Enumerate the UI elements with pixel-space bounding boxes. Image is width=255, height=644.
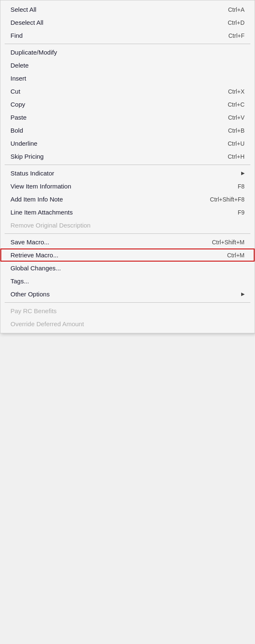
menu-item-cut[interactable]: CutCtrl+X: [0, 85, 255, 98]
menu-item-insert[interactable]: Insert: [0, 72, 255, 85]
menu-item-label-deselect-all: Deselect All: [10, 19, 211, 26]
menu-item-shortcut-retrieve-macro: Ctrl+M: [227, 252, 245, 259]
menu-item-view-item-information[interactable]: View Item InformationF8: [0, 180, 255, 193]
menu-item-label-retrieve-macro: Retrieve Macro...: [10, 251, 210, 259]
menu-item-underline[interactable]: UnderlineCtrl+U: [0, 137, 255, 150]
menu-item-shortcut-skip-pricing: Ctrl+H: [228, 153, 245, 160]
menu-item-remove-original-description: Remove Original Description: [0, 219, 255, 232]
menu-item-label-skip-pricing: Skip Pricing: [10, 153, 211, 160]
menu-item-paste[interactable]: PasteCtrl+V: [0, 111, 255, 124]
menu-item-save-macro[interactable]: Save Macro...Ctrl+Shift+M: [0, 236, 255, 249]
menu-item-label-view-item-information: View Item Information: [10, 183, 221, 190]
menu-item-label-cut: Cut: [10, 88, 211, 95]
menu-item-shortcut-bold: Ctrl+B: [228, 127, 245, 134]
menu-item-shortcut-save-macro: Ctrl+Shift+M: [212, 239, 245, 246]
menu-item-shortcut-underline: Ctrl+U: [228, 140, 245, 147]
menu-item-tags[interactable]: Tags...: [0, 275, 255, 288]
menu-item-label-override-deferred-amount: Override Deferred Amount: [10, 320, 245, 327]
menu-item-label-paste: Paste: [10, 114, 211, 121]
menu-item-shortcut-copy: Ctrl+C: [228, 101, 245, 108]
menu-divider: [5, 44, 250, 44]
menu-item-copy[interactable]: CopyCtrl+C: [0, 98, 255, 111]
menu-item-label-line-item-attachments: Line Item Attachments: [10, 209, 221, 216]
menu-item-override-deferred-amount: Override Deferred Amount: [0, 317, 255, 330]
menu-item-status-indicator[interactable]: Status Indicator▶: [0, 167, 255, 180]
menu-item-line-item-attachments[interactable]: Line Item AttachmentsF9: [0, 206, 255, 219]
menu-item-retrieve-macro[interactable]: Retrieve Macro...Ctrl+M: [0, 249, 255, 262]
menu-item-global-changes[interactable]: Global Changes...: [0, 262, 255, 275]
menu-item-find[interactable]: FindCtrl+F: [0, 29, 255, 42]
menu-item-label-insert: Insert: [10, 75, 245, 82]
menu-item-label-underline: Underline: [10, 140, 211, 147]
menu-item-label-copy: Copy: [10, 101, 211, 108]
menu-item-shortcut-paste: Ctrl+V: [228, 114, 245, 121]
menu-item-label-find: Find: [10, 32, 212, 39]
menu-item-shortcut-deselect-all: Ctrl+D: [228, 19, 245, 26]
menu-item-shortcut-find: Ctrl+F: [229, 32, 245, 39]
menu-item-label-delete: Delete: [10, 62, 245, 69]
menu-item-label-tags: Tags...: [10, 277, 245, 285]
menu-item-label-bold: Bold: [10, 127, 211, 134]
menu-item-label-pay-rc-benefits: Pay RC Benefits: [10, 307, 245, 314]
menu-item-bold[interactable]: BoldCtrl+B: [0, 124, 255, 137]
menu-item-shortcut-line-item-attachments: F9: [238, 209, 245, 216]
menu-item-label-global-changes: Global Changes...: [10, 264, 245, 272]
menu-item-other-options[interactable]: Other Options▶: [0, 288, 255, 301]
menu-item-label-status-indicator: Status Indicator: [10, 170, 237, 177]
menu-divider: [5, 165, 250, 165]
menu-item-pay-rc-benefits: Pay RC Benefits: [0, 304, 255, 317]
menu-item-duplicate-modify[interactable]: Duplicate/Modify: [0, 46, 255, 59]
menu-item-label-other-options: Other Options: [10, 291, 237, 298]
menu-divider: [5, 302, 250, 303]
context-menu: Select AllCtrl+ADeselect AllCtrl+DFindCt…: [0, 0, 255, 333]
menu-item-label-duplicate-modify: Duplicate/Modify: [10, 49, 245, 56]
submenu-arrow-icon-status-indicator: ▶: [241, 170, 245, 176]
menu-item-deselect-all[interactable]: Deselect AllCtrl+D: [0, 16, 255, 29]
menu-item-skip-pricing[interactable]: Skip PricingCtrl+H: [0, 150, 255, 163]
menu-item-add-item-info-note[interactable]: Add Item Info NoteCtrl+Shift+F8: [0, 193, 255, 206]
submenu-arrow-icon-other-options: ▶: [241, 291, 245, 297]
menu-item-shortcut-add-item-info-note: Ctrl+Shift+F8: [210, 196, 245, 203]
menu-item-select-all[interactable]: Select AllCtrl+A: [0, 3, 255, 16]
menu-item-label-save-macro: Save Macro...: [10, 238, 195, 246]
menu-item-label-select-all: Select All: [10, 6, 211, 13]
menu-item-delete[interactable]: Delete: [0, 59, 255, 72]
menu-item-shortcut-cut: Ctrl+X: [228, 88, 245, 95]
menu-divider: [5, 233, 250, 234]
menu-item-label-add-item-info-note: Add Item Info Note: [10, 196, 193, 203]
menu-item-shortcut-select-all: Ctrl+A: [228, 6, 245, 13]
menu-item-label-remove-original-description: Remove Original Description: [10, 222, 245, 229]
menu-item-shortcut-view-item-information: F8: [238, 183, 245, 190]
